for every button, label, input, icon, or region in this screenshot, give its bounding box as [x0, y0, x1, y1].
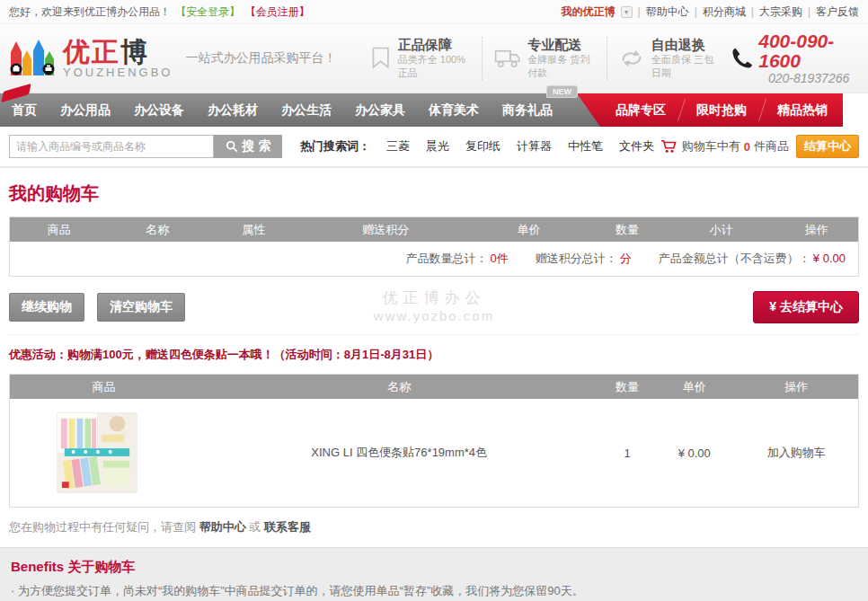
- logo-text: 优正博 YOUZHENGBO: [63, 39, 173, 79]
- col-quantity: 数量: [600, 379, 654, 395]
- nav-item-flash-sale[interactable]: 限时抢购: [681, 93, 762, 127]
- service-authentic: 正品保障 品类齐全 100%正品: [359, 37, 481, 80]
- search-button-label: 搜 索: [243, 138, 271, 155]
- service-title: 正品保障: [398, 37, 470, 53]
- service-returns: 自由退换 全面质保 三包日期: [607, 37, 731, 80]
- col-product: 商品: [10, 379, 198, 395]
- empty-cart-button[interactable]: 清空购物车: [97, 293, 185, 322]
- topbar-link-bulk[interactable]: 大宗采购: [759, 0, 802, 23]
- hot-word[interactable]: 复印纸: [465, 138, 500, 155]
- cart-actions: 优正博办公 www.yozbo.com 继续购物 清空购物车 ¥ 去结算中心: [9, 291, 859, 323]
- login-link[interactable]: 【安全登录】: [175, 5, 240, 18]
- nav-item-furniture[interactable]: 办公家具: [343, 93, 417, 127]
- col-actions: 操作: [775, 222, 858, 238]
- cart-count: 0: [744, 140, 750, 154]
- nav-item-equipment[interactable]: 办公设备: [122, 93, 196, 127]
- cart-text-prefix: 购物车中有: [682, 138, 740, 155]
- topbar-left: 您好，欢迎来到优正博办公用品！ 【安全登录】 【会员注册】: [9, 0, 312, 23]
- promo-banner: 优惠活动：购物满100元，赠送四色便条贴一本哦！（活动时间：8月1日-8月31日…: [9, 347, 859, 363]
- logo-en: YOUZHENGBO: [63, 66, 173, 79]
- hot-word[interactable]: 三菱: [386, 138, 410, 155]
- col-product: 商品: [10, 222, 109, 238]
- divider: [9, 334, 859, 335]
- search-input[interactable]: [9, 135, 214, 158]
- search-icon: [226, 140, 238, 153]
- help-or: 或: [249, 520, 261, 534]
- total-quantity: 产品数量总计：0件: [406, 251, 509, 267]
- benefits-panel: Benefits 关于购物车 · 为方便您提交订单，尚未对“我的购物车”中商品提…: [0, 547, 868, 601]
- topbar-link-points[interactable]: 积分商城: [703, 0, 746, 23]
- topbar-link-help[interactable]: 帮助中心: [646, 0, 689, 23]
- hot-search-label: 热门搜索词：: [300, 138, 370, 155]
- pencils-logo-icon: [9, 36, 56, 81]
- service-badges: 正品保障 品类齐全 100%正品 专业配送 金牌服务 货到付款: [359, 37, 730, 80]
- register-link[interactable]: 【会员注册】: [245, 5, 310, 18]
- contact-support-link[interactable]: 联系客服: [264, 520, 311, 534]
- col-points: 赠送积分: [301, 222, 471, 238]
- total-points: 赠送积分总计：分: [536, 251, 632, 267]
- separator: |: [751, 0, 754, 23]
- hot-word[interactable]: 计算器: [517, 138, 552, 155]
- nav-item-best-sellers[interactable]: 精品热销: [762, 93, 843, 127]
- cart-text-suffix: 件商品: [754, 138, 789, 155]
- add-to-cart-link[interactable]: 加入购物车: [767, 446, 826, 459]
- col-actions: 操作: [735, 379, 858, 395]
- topbar-link-feedback[interactable]: 客户反馈: [816, 0, 859, 23]
- welcome-text: 您好，欢迎来到优正博办公用品！: [9, 5, 171, 18]
- hot-word[interactable]: 文件夹: [619, 138, 654, 155]
- total-amount: 产品金额总计（不含运费）：¥ 0.00: [659, 251, 846, 267]
- col-name: 名称: [109, 222, 208, 238]
- service-title: 自由退换: [651, 37, 719, 53]
- continue-shopping-button[interactable]: 继续购物: [9, 293, 84, 322]
- my-account-link[interactable]: 我的优正博: [562, 0, 616, 23]
- logo-cn: 优正博: [63, 39, 173, 66]
- site-header: 优正博 YOUZHENGBO 一站式办公用品采购平台！ 正品保障 品类齐全 10…: [0, 24, 868, 93]
- hot-word[interactable]: 中性笔: [568, 138, 603, 155]
- col-name: 名称: [198, 379, 600, 395]
- gift-table: 商品 名称 数量 单价 操作: [9, 374, 859, 508]
- col-attributes: 属性: [207, 222, 301, 238]
- gift-product-name[interactable]: XING LI 四色便条贴76*19mm*4色: [198, 445, 600, 461]
- nav-item-gifts[interactable]: 商务礼品: [491, 93, 564, 127]
- logo[interactable]: 优正博 YOUZHENGBO: [9, 36, 173, 81]
- gift-table-header: 商品 名称 数量 单价 操作: [10, 375, 858, 399]
- service-subtitle: 品类齐全 100%正品: [398, 53, 470, 80]
- main-nav-wrap: NEW 首页 办公用品 办公设备 办公耗材 办公生活 办公家具 体育美术 商务礼…: [0, 93, 868, 127]
- help-center-link[interactable]: 帮助中心: [199, 520, 246, 534]
- hot-search: 热门搜索词： 三菱 晨光 复印纸 计算器 中性笔 文件夹: [300, 138, 654, 155]
- service-subtitle: 全面质保 三包日期: [651, 53, 719, 80]
- product-image-cell: [10, 412, 198, 493]
- nav-item-consumables[interactable]: 办公耗材: [196, 93, 270, 127]
- topbar: 您好，欢迎来到优正博办公用品！ 【安全登录】 【会员注册】 我的优正博 ▾ | …: [0, 0, 868, 24]
- phone-main: 400-090-1600: [758, 31, 859, 71]
- service-subtitle: 金牌服务 货到付款: [527, 53, 595, 80]
- cart-icon: [660, 139, 677, 154]
- hot-word[interactable]: 晨光: [426, 138, 449, 155]
- nav-item-supplies[interactable]: 办公用品: [49, 93, 122, 127]
- nav-item-sports[interactable]: 体育美术: [417, 93, 491, 127]
- col-unit-price: 单价: [654, 379, 735, 395]
- col-quantity: 数量: [587, 222, 668, 238]
- chevron-down-icon[interactable]: ▾: [621, 6, 633, 18]
- gift-price: ¥ 0.00: [654, 446, 735, 460]
- cart-table: 商品 名称 属性 赠送积分 单价 数量 小计 操作 产品数量总计：0件 赠送积分…: [9, 217, 859, 277]
- page-title: 我的购物车: [9, 181, 859, 206]
- search-bar: 搜 索 热门搜索词： 三菱 晨光 复印纸 计算器 中性笔 文件夹 购物车中有 0…: [0, 127, 868, 168]
- nav-item-life[interactable]: 办公生活: [270, 93, 343, 127]
- separator: |: [808, 0, 810, 23]
- gift-quantity: 1: [600, 446, 654, 460]
- go-checkout-button[interactable]: ¥ 去结算中心: [753, 291, 859, 323]
- col-unit-price: 单价: [471, 222, 587, 238]
- truck-icon: [494, 46, 521, 71]
- benefits-title: Benefits 关于购物车: [11, 559, 857, 576]
- service-delivery: 专业配送 金牌服务 货到付款: [482, 37, 607, 80]
- product-image[interactable]: [57, 412, 137, 493]
- search-button[interactable]: 搜 索: [214, 135, 282, 158]
- new-badge: NEW: [546, 85, 578, 98]
- hotline: 400-090-1600 020-81937266: [731, 31, 859, 85]
- ribbon-icon: [371, 44, 390, 73]
- checkout-center-button[interactable]: 结算中心: [796, 135, 859, 158]
- nav-item-brands[interactable]: 品牌专区: [600, 93, 681, 127]
- help-prefix: 您在购物过程中有任何疑问，请查阅: [9, 520, 196, 534]
- benefits-title-cn: 关于购物车: [67, 559, 135, 574]
